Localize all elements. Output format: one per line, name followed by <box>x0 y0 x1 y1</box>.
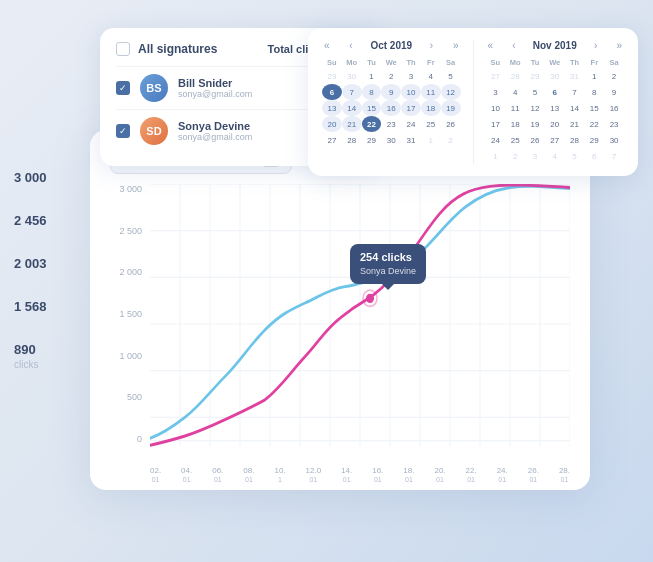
x-label-13: 26.01 <box>528 466 539 484</box>
y-label-2500: 2 500 <box>119 226 142 236</box>
cal-left-day[interactable]: 9 <box>381 84 401 100</box>
cal-right-day[interactable]: 1 <box>486 148 506 164</box>
left-axis-panel: 3 000 2 456 2 003 1 568 890 clicks <box>0 160 90 380</box>
cal-right-day[interactable]: 19 <box>525 116 545 132</box>
cal-left-day[interactable]: 1 <box>362 68 382 84</box>
cal-right-day[interactable]: 6 <box>545 84 565 100</box>
y-label-2000: 2 000 <box>119 267 142 277</box>
cal-next-right[interactable]: › <box>592 40 599 51</box>
cal-next-left[interactable]: › <box>428 40 435 51</box>
cal-left-day[interactable]: 8 <box>362 84 382 100</box>
cal-left-day[interactable]: 5 <box>441 68 461 84</box>
cal-right-day[interactable]: 5 <box>565 148 585 164</box>
cal-right-day[interactable]: 22 <box>584 116 604 132</box>
cal-right-day[interactable]: 11 <box>505 100 525 116</box>
cal-left-day[interactable]: 12 <box>441 84 461 100</box>
cal-left-day[interactable]: 10 <box>401 84 421 100</box>
x-label-3: 06.01 <box>212 466 223 484</box>
cal-prev-prev[interactable]: « <box>322 40 332 51</box>
cal-right-day[interactable]: 12 <box>525 100 545 116</box>
cal-right-day[interactable]: 15 <box>584 100 604 116</box>
cal-left-day[interactable]: 13 <box>322 100 342 116</box>
cal-right-day[interactable]: 16 <box>604 100 624 116</box>
x-label-10: 20.01 <box>434 466 445 484</box>
cal-left-day[interactable]: 25 <box>421 116 441 132</box>
cal-right-day[interactable]: 28 <box>565 132 585 148</box>
cal-right-day[interactable]: 20 <box>545 116 565 132</box>
cal-right-day[interactable]: 18 <box>505 116 525 132</box>
cal-left-day[interactable]: 16 <box>381 100 401 116</box>
cal-right-day[interactable]: 21 <box>565 116 585 132</box>
cal-right-day[interactable]: 4 <box>545 148 565 164</box>
sig-email-sonya: sonya@gmail.com <box>178 132 321 142</box>
cal-right-day[interactable]: 29 <box>584 132 604 148</box>
cal-right-day[interactable]: 10 <box>486 100 506 116</box>
cal-left-day[interactable]: 28 <box>342 132 362 148</box>
cal-right-day[interactable]: 28 <box>505 68 525 84</box>
cal-left-day[interactable]: 29 <box>322 68 342 84</box>
calendar-right: « ‹ Nov 2019 › » Su Mo Tu We Th Fr Sa <box>486 40 625 164</box>
cal-right-day[interactable]: 30 <box>545 68 565 84</box>
sig-check-sonya[interactable] <box>116 124 130 138</box>
cal-prev-right[interactable]: ‹ <box>510 40 517 51</box>
cal-next-next-right[interactable]: » <box>614 40 624 51</box>
cal-left-day[interactable]: 11 <box>421 84 441 100</box>
cal-left-day[interactable]: 21 <box>342 116 362 132</box>
cal-left-day[interactable]: 4 <box>421 68 441 84</box>
cal-left-day[interactable]: 29 <box>362 132 382 148</box>
cal-left-day[interactable]: 30 <box>381 132 401 148</box>
cal-left-day[interactable]: 31 <box>401 132 421 148</box>
cal-left-day[interactable]: 2 <box>381 68 401 84</box>
cal-left-day[interactable]: 26 <box>441 116 461 132</box>
cal-right-day[interactable]: 23 <box>604 116 624 132</box>
cal-left-day[interactable]: 17 <box>401 100 421 116</box>
cal-right-day[interactable]: 1 <box>584 68 604 84</box>
x-label-2: 04.01 <box>181 466 192 484</box>
cal-right-day[interactable]: 25 <box>505 132 525 148</box>
cal-left-day[interactable]: 6 <box>322 84 342 100</box>
cal-right-day[interactable]: 17 <box>486 116 506 132</box>
sig-check-bill[interactable] <box>116 81 130 95</box>
cal-left-day[interactable]: 19 <box>441 100 461 116</box>
cal-next-next-left[interactable]: » <box>451 40 461 51</box>
cal-right-day[interactable]: 7 <box>565 84 585 100</box>
cal-right-day[interactable]: 13 <box>545 100 565 116</box>
cal-right-day[interactable]: 14 <box>565 100 585 116</box>
cal-left-day[interactable]: 20 <box>322 116 342 132</box>
select-all-checkbox[interactable] <box>116 42 130 56</box>
cal-left-day[interactable]: 3 <box>401 68 421 84</box>
cal-right-day[interactable]: 3 <box>525 148 545 164</box>
cal-right-day[interactable]: 26 <box>525 132 545 148</box>
cal-left-day[interactable]: 2 <box>441 132 461 148</box>
cal-left-day[interactable]: 7 <box>342 84 362 100</box>
cal-right-day[interactable]: 24 <box>486 132 506 148</box>
cal-right-day[interactable]: 31 <box>565 68 585 84</box>
cal-right-day[interactable]: 4 <box>505 84 525 100</box>
cal-left-day[interactable]: 1 <box>421 132 441 148</box>
cal-left-day[interactable]: 24 <box>401 116 421 132</box>
cal-right-day[interactable]: 2 <box>505 148 525 164</box>
cal-r-day-fr: Fr <box>584 57 604 68</box>
cal-left-day[interactable]: 27 <box>322 132 342 148</box>
cal-right-day[interactable]: 30 <box>604 132 624 148</box>
cal-right-day[interactable]: 6 <box>584 148 604 164</box>
cal-right-day[interactable]: 8 <box>584 84 604 100</box>
cal-left-day[interactable]: 18 <box>421 100 441 116</box>
cal-r-day-su: Su <box>486 57 506 68</box>
x-label-5: 10.1 <box>274 466 285 484</box>
cal-left-day[interactable]: 30 <box>342 68 362 84</box>
cal-right-day[interactable]: 9 <box>604 84 624 100</box>
cal-left-day[interactable]: 14 <box>342 100 362 116</box>
cal-right-day[interactable]: 3 <box>486 84 506 100</box>
cal-right-day[interactable]: 2 <box>604 68 624 84</box>
cal-prev-prev-right[interactable]: « <box>486 40 496 51</box>
cal-left-day[interactable]: 15 <box>362 100 382 116</box>
cal-left-day[interactable]: 23 <box>381 116 401 132</box>
cal-right-day[interactable]: 5 <box>525 84 545 100</box>
cal-right-day[interactable]: 29 <box>525 68 545 84</box>
cal-right-day[interactable]: 27 <box>545 132 565 148</box>
cal-right-day[interactable]: 7 <box>604 148 624 164</box>
cal-right-day[interactable]: 27 <box>486 68 506 84</box>
cal-left-day[interactable]: 22 <box>362 116 382 132</box>
cal-prev[interactable]: ‹ <box>347 40 354 51</box>
